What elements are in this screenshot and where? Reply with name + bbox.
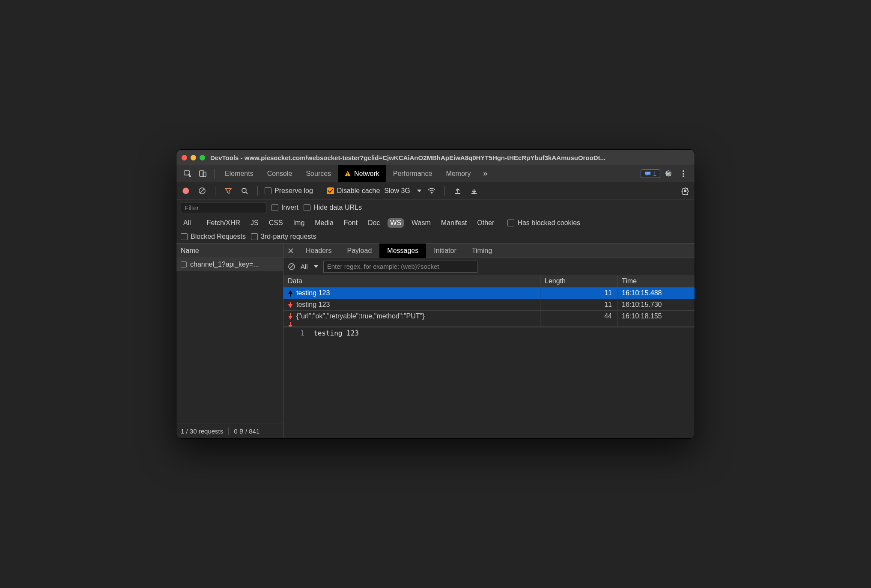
svg-point-9: [242, 188, 246, 193]
type-wasm[interactable]: Wasm: [409, 218, 433, 228]
type-manifest[interactable]: Manifest: [438, 218, 469, 228]
request-row[interactable]: channel_1?api_key=...: [176, 258, 283, 271]
message-data: testing 123: [283, 288, 540, 299]
type-js[interactable]: JS: [248, 218, 261, 228]
column-header-name[interactable]: Name: [176, 244, 283, 258]
messages-table: Data Length Time testing 123 11 16:10:15…: [283, 275, 695, 327]
message-length: 44: [540, 311, 617, 322]
titlebar[interactable]: DevTools - www.piesocket.com/websocket-t…: [176, 150, 695, 165]
svg-rect-13: [471, 193, 477, 194]
more-tabs-icon[interactable]: »: [477, 165, 493, 182]
message-row[interactable]: {"url":"ok","retryable":true,"method":"P…: [283, 311, 695, 322]
arrow-up-icon: [288, 290, 293, 297]
blocked-requests-label: Blocked Requests: [191, 233, 246, 241]
type-img[interactable]: Img: [291, 218, 307, 228]
type-media[interactable]: Media: [312, 218, 336, 228]
svg-point-4: [683, 170, 684, 172]
detail-pane: Headers Payload Messages Initiator Timin…: [283, 244, 695, 438]
network-toolbar: Preserve log Disable cache Slow 3G: [176, 182, 695, 199]
device-toolbar-icon[interactable]: [195, 165, 211, 182]
tab-label: Sources: [306, 170, 331, 178]
preserve-log-checkbox[interactable]: Preserve log: [265, 187, 313, 195]
clear-log-icon[interactable]: [196, 185, 208, 197]
requests-pane: Name channel_1?api_key=... 1 / 30 reques…: [176, 244, 283, 438]
col-data[interactable]: Data: [283, 275, 540, 288]
settings-gear-icon[interactable]: [660, 165, 676, 182]
detail-tab-messages[interactable]: Messages: [379, 244, 426, 258]
detail-tab-timing[interactable]: Timing: [464, 244, 500, 258]
type-other[interactable]: Other: [474, 218, 497, 228]
chevron-down-icon: [314, 265, 318, 268]
type-font[interactable]: Font: [341, 218, 360, 228]
traffic-lights: [182, 155, 205, 160]
minimize-window-button[interactable]: [191, 155, 196, 160]
col-length[interactable]: Length: [540, 275, 617, 288]
maximize-window-button[interactable]: [200, 155, 205, 160]
download-har-icon[interactable]: [468, 185, 480, 197]
tab-network[interactable]: Network: [338, 165, 386, 182]
message-body[interactable]: testing 123: [309, 327, 695, 438]
filter-input[interactable]: [181, 202, 266, 213]
tab-label: Console: [267, 170, 292, 178]
type-ws[interactable]: WS: [388, 218, 404, 228]
tab-memory[interactable]: Memory: [439, 165, 477, 182]
tab-sources[interactable]: Sources: [299, 165, 338, 182]
message-text: testing 123: [296, 289, 330, 297]
detail-tab-payload[interactable]: Payload: [339, 244, 379, 258]
tab-console[interactable]: Console: [260, 165, 299, 182]
upload-har-icon[interactable]: [452, 185, 464, 197]
detail-tab-headers[interactable]: Headers: [298, 244, 339, 258]
type-all[interactable]: All: [181, 218, 194, 228]
message-row[interactable]: testing 123 11 16:10:15.488: [283, 288, 695, 299]
tab-label: Memory: [446, 170, 471, 178]
disable-cache-checkbox[interactable]: Disable cache: [327, 187, 380, 195]
type-doc[interactable]: Doc: [365, 218, 382, 228]
message-text: testing 123: [296, 301, 330, 309]
hide-data-urls-checkbox[interactable]: Hide data URLs: [304, 204, 362, 211]
search-icon[interactable]: [239, 185, 251, 197]
svg-point-3: [667, 172, 669, 175]
chevron-down-icon: [417, 190, 421, 192]
has-blocked-cookies-checkbox[interactable]: Has blocked cookies: [507, 219, 580, 227]
network-conditions-icon[interactable]: [426, 185, 438, 197]
network-settings-gear-icon[interactable]: [679, 185, 691, 197]
separator: [214, 169, 215, 178]
detail-tab-initiator[interactable]: Initiator: [426, 244, 464, 258]
third-party-checkbox[interactable]: 3rd-party requests: [251, 233, 316, 241]
arrow-down-icon: [288, 322, 293, 327]
chat-icon: [644, 171, 651, 177]
messages-regex-input[interactable]: [323, 261, 477, 273]
kebab-menu-icon[interactable]: [676, 165, 691, 182]
invert-checkbox[interactable]: Invert: [271, 204, 298, 211]
preserve-log-label: Preserve log: [274, 187, 313, 195]
bytes-count: 0 B / 841: [234, 428, 260, 435]
throttling-select[interactable]: Slow 3G: [384, 187, 421, 195]
messages-toolbar: All: [283, 258, 695, 275]
type-css[interactable]: CSS: [266, 218, 286, 228]
window-title: DevTools - www.piesocket.com/websocket-t…: [210, 154, 689, 161]
tab-elements[interactable]: Elements: [218, 165, 260, 182]
type-fetchxhr[interactable]: Fetch/XHR: [204, 218, 243, 228]
messages-filter-select[interactable]: All: [301, 263, 318, 270]
issues-count: 1: [653, 170, 656, 177]
message-row-partial: [283, 322, 695, 327]
close-window-button[interactable]: [182, 155, 187, 160]
message-time: 16:10:18.155: [617, 311, 695, 322]
message-row[interactable]: testing 123 11 16:10:15.730: [283, 299, 695, 311]
close-detail-icon[interactable]: [283, 244, 298, 258]
inspect-element-icon[interactable]: [180, 165, 195, 182]
clear-messages-icon[interactable]: [288, 263, 295, 270]
filter-funnel-icon[interactable]: [222, 185, 234, 197]
status-line: 1 / 30 requests 0 B / 841: [176, 424, 283, 438]
messages-header: Data Length Time: [283, 275, 695, 288]
svg-line-18: [289, 264, 294, 269]
svg-rect-12: [455, 193, 460, 194]
message-data: {"url":"ok","retryable":true,"method":"P…: [283, 311, 540, 322]
tab-performance[interactable]: Performance: [386, 165, 439, 182]
svg-point-6: [683, 175, 684, 177]
record-button[interactable]: [180, 185, 192, 197]
col-time[interactable]: Time: [617, 275, 695, 288]
blocked-requests-checkbox[interactable]: Blocked Requests: [181, 233, 246, 241]
detail-tabs: Headers Payload Messages Initiator Timin…: [283, 244, 695, 258]
issues-badge[interactable]: 1: [641, 169, 660, 178]
